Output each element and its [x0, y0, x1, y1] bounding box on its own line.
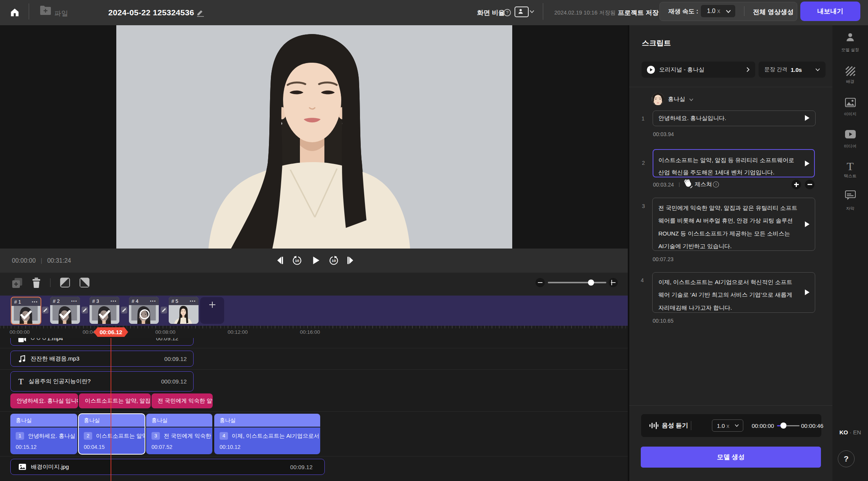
svg-text:?: ? — [715, 183, 717, 187]
svg-text:?: ? — [506, 10, 508, 15]
svg-text:10: 10 — [332, 258, 336, 263]
svg-text:10: 10 — [295, 258, 300, 263]
